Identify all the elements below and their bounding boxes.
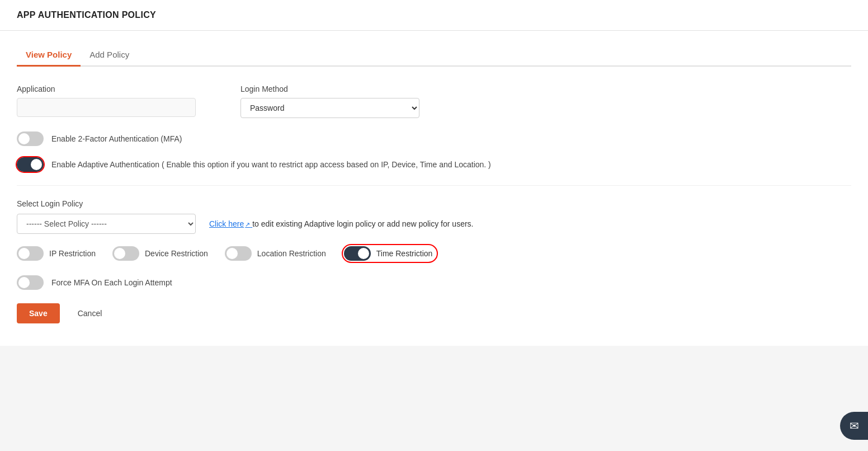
- ip-restriction-slider: [17, 246, 44, 261]
- tab-bar: View Policy Add Policy: [17, 31, 851, 67]
- device-restriction-toggle[interactable]: [112, 246, 139, 261]
- login-method-select[interactable]: Password SSO OTP: [240, 98, 419, 118]
- device-restriction-label: Device Restriction: [145, 249, 208, 258]
- ip-restriction-item: IP Restriction: [17, 246, 96, 261]
- location-restriction-slider: [225, 246, 252, 261]
- policy-row: ------ Select Policy ------ Click here↗ …: [17, 214, 851, 234]
- click-here-link[interactable]: Click here↗: [209, 219, 252, 228]
- application-label: Application: [17, 84, 196, 93]
- location-restriction-label: Location Restriction: [257, 249, 326, 258]
- mfa-slider: [17, 131, 44, 146]
- location-restriction-toggle[interactable]: [225, 246, 252, 261]
- click-here-text: Click here: [209, 219, 244, 228]
- device-restriction-slider: [112, 246, 139, 261]
- login-method-group: Login Method Password SSO OTP: [240, 84, 419, 118]
- tab-add-policy[interactable]: Add Policy: [81, 44, 138, 67]
- time-restriction-toggle[interactable]: [344, 246, 371, 261]
- cancel-button[interactable]: Cancel: [69, 303, 111, 323]
- mfa-toggle[interactable]: [17, 131, 44, 146]
- mfa-toggle-row: Enable 2-Factor Authentication (MFA): [17, 131, 851, 146]
- adaptive-auth-label: Enable Adaptive Authentication ( Enable …: [51, 160, 491, 169]
- action-row: Save Cancel: [17, 303, 851, 323]
- adaptive-auth-toggle-row: Enable Adaptive Authentication ( Enable …: [17, 157, 851, 172]
- adaptive-auth-highlight: [17, 157, 44, 172]
- section-divider: [17, 185, 851, 186]
- adaptive-auth-slider: [17, 157, 44, 172]
- link-description: to edit existing Adaptive login policy o…: [252, 219, 473, 228]
- force-mfa-label: Force MFA On Each Login Attempt: [51, 278, 172, 287]
- restriction-row: IP Restriction Device Restriction Locati…: [17, 245, 851, 262]
- time-restriction-label: Time Restriction: [376, 249, 433, 258]
- ip-restriction-label: IP Restriction: [49, 249, 96, 258]
- application-group: Application: [17, 84, 196, 118]
- mfa-label: Enable 2-Factor Authentication (MFA): [51, 134, 182, 143]
- policy-select[interactable]: ------ Select Policy ------: [17, 214, 196, 234]
- save-button[interactable]: Save: [17, 303, 60, 323]
- ip-restriction-toggle[interactable]: [17, 246, 44, 261]
- location-restriction-item: Location Restriction: [225, 246, 326, 261]
- force-mfa-slider: [17, 275, 44, 290]
- adaptive-auth-toggle[interactable]: [17, 157, 44, 172]
- external-link-icon: ↗: [245, 221, 250, 228]
- select-policy-section-label: Select Login Policy: [17, 199, 851, 208]
- device-restriction-item: Device Restriction: [112, 246, 208, 261]
- click-here-container: Click here↗ to edit existing Adaptive lo…: [209, 219, 473, 228]
- content-area: View Policy Add Policy Application Login…: [0, 31, 868, 346]
- time-restriction-slider: [344, 246, 371, 261]
- force-mfa-toggle[interactable]: [17, 275, 44, 290]
- force-mfa-toggle-row: Force MFA On Each Login Attempt: [17, 275, 851, 290]
- time-restriction-highlight: Time Restriction: [343, 245, 437, 262]
- login-method-label: Login Method: [240, 84, 419, 93]
- page-header: APP AUTHENTICATION POLICY: [0, 0, 868, 31]
- application-login-row: Application Login Method Password SSO OT…: [17, 84, 851, 118]
- page-title: APP AUTHENTICATION POLICY: [17, 10, 851, 20]
- application-input[interactable]: [17, 98, 196, 117]
- tab-view-policy[interactable]: View Policy: [17, 44, 81, 67]
